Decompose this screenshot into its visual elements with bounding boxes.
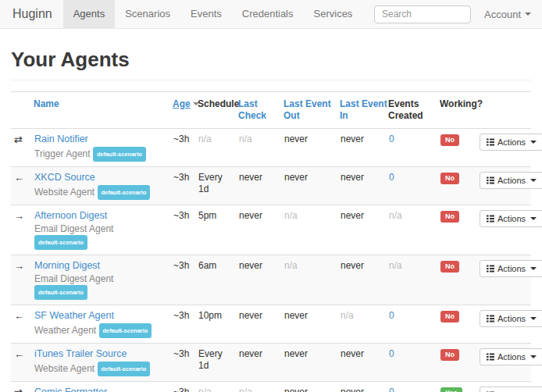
header-events-created: EventsCreated: [386, 92, 437, 129]
direction-icon: ←: [14, 172, 24, 184]
header-last-check[interactable]: LastCheck: [238, 98, 279, 122]
working-badge: No: [440, 311, 459, 323]
table-header-row: Name Age Schedule LastCheck Last EventOu…: [11, 92, 531, 129]
direction-icon: ⇄: [14, 134, 23, 145]
header-last-event-out[interactable]: Last EventOut: [283, 98, 335, 122]
schedule-cell: Every 1d: [195, 167, 236, 205]
last-check-cell: never: [236, 205, 281, 255]
list-icon: [487, 138, 494, 146]
header-name[interactable]: Name: [34, 98, 168, 110]
last-event-in-cell: never: [337, 205, 386, 255]
scenario-badge[interactable]: default-scenario: [34, 235, 87, 250]
last-event-in-cell: never: [337, 382, 386, 392]
last-event-out-cell: n/a: [281, 205, 337, 255]
last-check-cell: never: [236, 344, 281, 382]
header-schedule: Schedule: [195, 92, 236, 129]
agent-name-link[interactable]: Comic Formatter: [34, 387, 107, 392]
last-event-in-cell: never: [337, 129, 386, 167]
agent-name-link[interactable]: Morning Digest: [34, 260, 100, 272]
working-badge: Yes: [440, 387, 462, 392]
actions-button[interactable]: Actions: [480, 172, 542, 189]
agent-type-label: Email Digest Agent: [34, 223, 113, 234]
nav-item-agents[interactable]: Agents: [63, 0, 115, 28]
direction-icon: ⇄: [14, 387, 23, 392]
actions-button[interactable]: Actions: [480, 387, 542, 392]
last-event-out-cell: never: [281, 167, 337, 205]
caret-down-icon: [530, 355, 537, 358]
caret-down-icon: [530, 217, 537, 220]
nav-item-services[interactable]: Services: [304, 0, 363, 28]
search-input[interactable]: [374, 5, 471, 23]
actions-button[interactable]: Actions: [480, 210, 542, 227]
caret-down-icon: [530, 317, 537, 320]
last-check-cell: never: [236, 167, 281, 205]
page-title: Your Agents: [11, 48, 531, 72]
actions-button-label: Actions: [497, 352, 526, 362]
agent-name-link[interactable]: SF Weather Agent: [34, 310, 114, 322]
nav-item-events[interactable]: Events: [180, 0, 232, 28]
scenario-badge[interactable]: default-scenario: [34, 285, 87, 300]
caret-down-icon: [530, 267, 537, 270]
schedule-cell: 10pm: [195, 305, 236, 344]
schedule-cell: Every 1d: [195, 344, 236, 382]
scenario-badge[interactable]: default-scenario: [99, 323, 152, 338]
table-row: ← iTunes Trailer Source Website Agent de…: [11, 344, 531, 382]
events-count-link[interactable]: 0: [389, 310, 394, 321]
agent-type-label: Website Agent: [34, 187, 94, 198]
navbar-right: Account: [374, 0, 542, 28]
list-icon: [487, 315, 494, 323]
schedule-cell: n/a: [195, 129, 236, 167]
list-icon: [487, 215, 494, 223]
events-created-na: n/a: [389, 260, 402, 271]
table-row: ← SF Weather Agent Weather Agent default…: [11, 305, 531, 344]
events-created-cell: 0: [386, 305, 437, 344]
events-count-link[interactable]: 0: [389, 348, 394, 359]
agent-name-link[interactable]: XKCD Source: [34, 172, 95, 184]
events-count-link[interactable]: 0: [389, 172, 394, 183]
table-row: → Afternoon Digest Email Digest Agent de…: [11, 205, 531, 255]
scenario-badge[interactable]: default-scenario: [98, 362, 151, 376]
schedule-cell: n/a: [195, 382, 236, 392]
working-badge: No: [440, 349, 459, 361]
header-age[interactable]: Age: [173, 98, 193, 110]
table-row: ⇄ Comic Formatter Event Formatting Agent…: [11, 382, 531, 392]
events-created-cell: n/a: [386, 255, 437, 305]
actions-button[interactable]: Actions: [480, 310, 542, 327]
age-cell: ~3h: [170, 167, 195, 205]
nav-items: Agents Scenarios Events Credentials Serv…: [63, 0, 363, 28]
brand-logo[interactable]: Huginn: [0, 0, 63, 28]
scenario-badge[interactable]: default-scenario: [93, 147, 146, 162]
events-count-link[interactable]: 0: [389, 387, 394, 392]
age-cell: ~3h: [170, 382, 195, 392]
direction-icon: →: [14, 260, 24, 272]
actions-button[interactable]: Actions: [480, 260, 542, 277]
account-menu[interactable]: Account: [484, 9, 531, 20]
actions-button-label: Actions: [497, 176, 526, 185]
agent-name-link[interactable]: Rain Notifier: [34, 134, 88, 145]
agent-type-label: Trigger Agent: [34, 148, 91, 159]
agent-name-link[interactable]: iTunes Trailer Source: [34, 348, 127, 360]
last-event-out-cell: n/a: [281, 255, 337, 305]
last-event-out-cell: never: [281, 129, 337, 167]
agent-type-label: Website Agent: [34, 363, 94, 374]
last-event-in-cell: n/a: [337, 305, 386, 344]
nav-item-credentials[interactable]: Credentials: [232, 0, 304, 28]
divider: [11, 80, 531, 80]
header-last-event-in[interactable]: Last EventIn: [340, 98, 383, 122]
agent-name-link[interactable]: Afternoon Digest: [34, 210, 107, 222]
actions-button[interactable]: Actions: [480, 134, 542, 151]
last-event-in-cell: never: [337, 344, 386, 382]
agent-type-label: Weather Agent: [34, 325, 96, 336]
scenario-badge[interactable]: default-scenario: [98, 185, 151, 200]
nav-item-scenarios[interactable]: Scenarios: [115, 0, 180, 28]
header-actions-col: [476, 92, 531, 129]
list-icon: [487, 265, 494, 273]
main-content: Your Agents Name Age Schedule LastCheck …: [0, 48, 542, 392]
working-badge: No: [440, 211, 459, 223]
schedule-cell: 5pm: [195, 205, 236, 255]
actions-button[interactable]: Actions: [480, 348, 542, 365]
account-label: Account: [484, 9, 521, 20]
events-count-link[interactable]: 0: [389, 134, 394, 144]
actions-button-label: Actions: [497, 264, 526, 273]
actions-button-label: Actions: [497, 314, 526, 323]
